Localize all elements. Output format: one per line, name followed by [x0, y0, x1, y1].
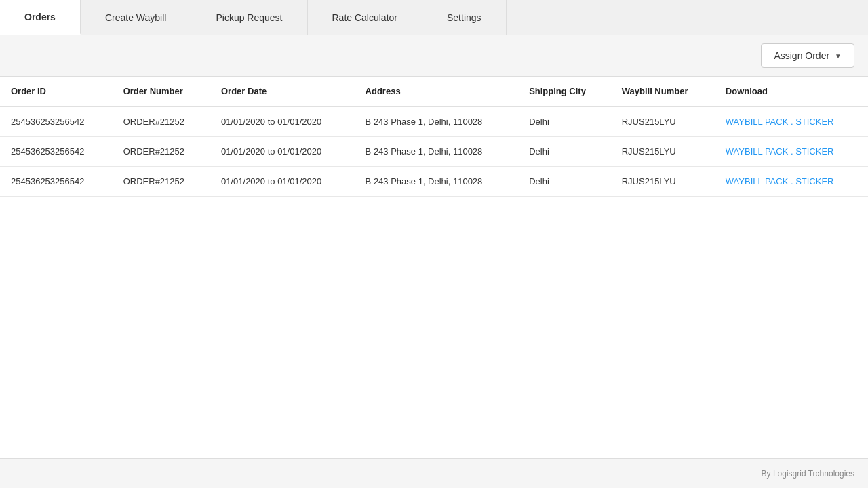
cell-address: B 243 Phase 1, Delhi, 110028 — [355, 167, 519, 197]
cell-download: WAYBILL PACK . STICKER — [715, 137, 868, 167]
col-order-id: Order ID — [0, 77, 113, 106]
cell-download: WAYBILL PACK . STICKER — [715, 106, 868, 137]
footer: By Logisgrid Trchnologies — [0, 458, 868, 488]
pack-sticker-link[interactable]: PACK . STICKER — [765, 176, 834, 186]
cell-order-id: 254536253256542 — [0, 106, 113, 137]
waybill-link[interactable]: WAYBILL — [726, 146, 762, 157]
toolbar: Assign Order ▼ — [0, 35, 868, 77]
cell-order-id: 254536253256542 — [0, 167, 113, 197]
tab-pickup-request[interactable]: Pickup Request — [191, 0, 307, 35]
chevron-down-icon: ▼ — [835, 52, 842, 60]
col-order-date: Order Date — [210, 77, 355, 106]
tab-create-waybill[interactable]: Create Waybill — [81, 0, 192, 35]
cell-order-date: 01/01/2020 to 01/01/2020 — [210, 137, 355, 167]
footer-credit: By Logisgrid Trchnologies — [762, 469, 854, 479]
cell-waybill-number: RJUS215LYU — [611, 137, 715, 167]
waybill-link[interactable]: WAYBILL — [726, 176, 762, 186]
col-download: Download — [715, 77, 868, 106]
cell-shipping-city: Delhi — [518, 106, 611, 137]
tab-rate-calculator[interactable]: Rate Calculator — [308, 0, 423, 35]
table-body: 254536253256542ORDER#2125201/01/2020 to … — [0, 106, 868, 197]
col-shipping-city: Shipping City — [518, 77, 611, 106]
assign-order-button[interactable]: Assign Order ▼ — [761, 43, 854, 68]
col-waybill-number: Waybill Number — [611, 77, 715, 106]
nav-tabs: Orders Create Waybill Pickup Request Rat… — [0, 0, 868, 35]
cell-order-number: ORDER#21252 — [113, 137, 210, 167]
cell-order-id: 254536253256542 — [0, 137, 113, 167]
table-row: 254536253256542ORDER#2125201/01/2020 to … — [0, 167, 868, 197]
col-address: Address — [355, 77, 519, 106]
cell-order-number: ORDER#21252 — [113, 106, 210, 137]
table-header-row: Order ID Order Number Order Date Address… — [0, 77, 868, 106]
cell-shipping-city: Delhi — [518, 137, 611, 167]
col-order-number: Order Number — [113, 77, 210, 106]
waybill-link[interactable]: WAYBILL — [726, 117, 762, 127]
cell-address: B 243 Phase 1, Delhi, 110028 — [355, 106, 519, 137]
cell-address: B 243 Phase 1, Delhi, 110028 — [355, 137, 519, 167]
orders-table-container: Order ID Order Number Order Date Address… — [0, 77, 868, 458]
cell-waybill-number: RJUS215LYU — [611, 106, 715, 137]
cell-order-number: ORDER#21252 — [113, 167, 210, 197]
tab-settings[interactable]: Settings — [422, 0, 507, 35]
table-row: 254536253256542ORDER#2125201/01/2020 to … — [0, 137, 868, 167]
orders-table: Order ID Order Number Order Date Address… — [0, 77, 868, 197]
cell-waybill-number: RJUS215LYU — [611, 167, 715, 197]
cell-order-date: 01/01/2020 to 01/01/2020 — [210, 167, 355, 197]
pack-sticker-link[interactable]: PACK . STICKER — [765, 117, 834, 127]
cell-shipping-city: Delhi — [518, 167, 611, 197]
tab-orders[interactable]: Orders — [0, 0, 81, 35]
cell-order-date: 01/01/2020 to 01/01/2020 — [210, 106, 355, 137]
pack-sticker-link[interactable]: PACK . STICKER — [765, 146, 834, 157]
cell-download: WAYBILL PACK . STICKER — [715, 167, 868, 197]
table-row: 254536253256542ORDER#2125201/01/2020 to … — [0, 106, 868, 137]
